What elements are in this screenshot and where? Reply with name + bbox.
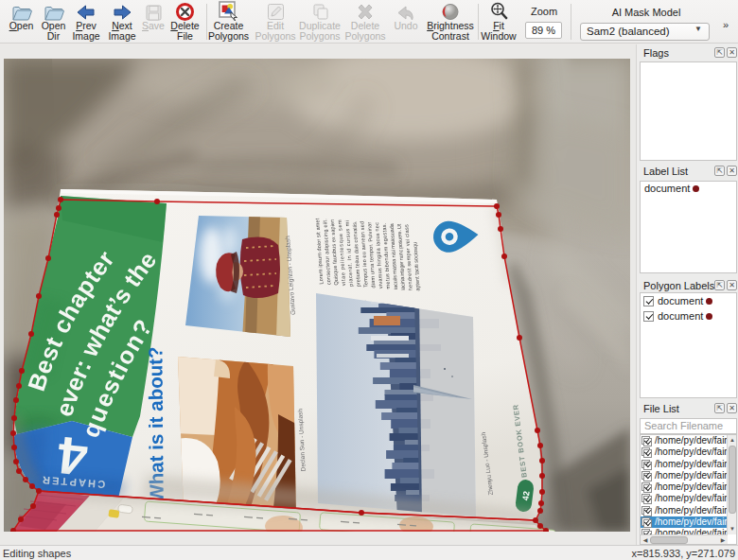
svg-text:42: 42: [520, 491, 531, 501]
